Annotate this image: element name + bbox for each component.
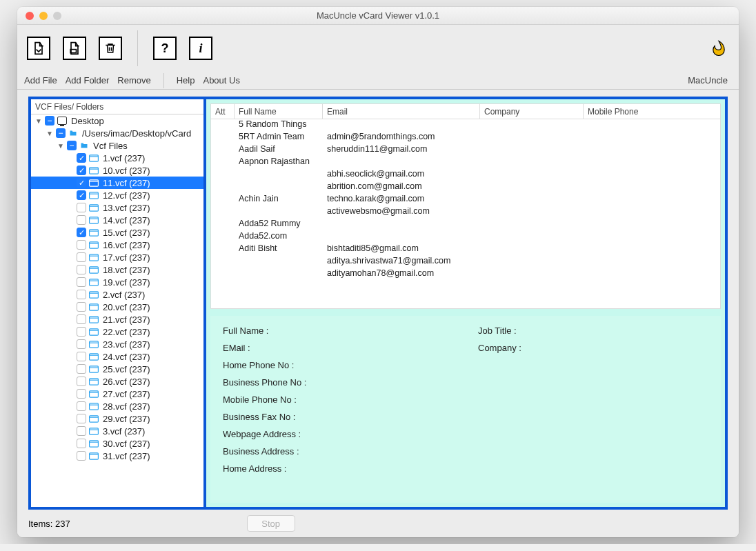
tree-row[interactable]: ✓11.vcf (237) xyxy=(31,177,203,189)
checkbox[interactable] xyxy=(77,265,86,274)
tree-row[interactable]: ▼−Desktop xyxy=(31,114,203,127)
tree-row[interactable]: ✓1.vcf (237) xyxy=(31,152,203,164)
checkbox[interactable] xyxy=(77,215,86,225)
table-row[interactable]: Aapnon Rajasthan xyxy=(211,157,720,169)
table-row[interactable]: 5RT Admin Teamadmin@5randomthings.com xyxy=(211,132,720,144)
checkbox[interactable]: ✓ xyxy=(77,166,86,175)
desktop-icon xyxy=(57,117,67,125)
cell-company xyxy=(480,231,584,243)
stop-button[interactable]: Stop xyxy=(247,515,295,532)
tree-row[interactable]: ✓12.vcf (237) xyxy=(31,189,203,201)
table-row[interactable]: 5 Random Things xyxy=(211,119,720,132)
table-row[interactable]: activewebsmo@gmail.com xyxy=(211,206,720,219)
checkbox[interactable] xyxy=(77,377,86,386)
tree-row[interactable]: 2.vcf (237) xyxy=(31,288,203,301)
table-row[interactable]: Achin Jaintechno.karak@gmail.com xyxy=(211,194,720,206)
checkbox[interactable] xyxy=(77,426,86,436)
table-row[interactable]: abhi.seoclick@gmail.com xyxy=(211,169,720,181)
tree-row[interactable]: 18.vcf (237) xyxy=(31,263,203,276)
about-button[interactable]: i xyxy=(189,37,212,60)
collapse-icon[interactable]: − xyxy=(56,128,66,138)
table-row[interactable]: Adda52.com xyxy=(211,231,720,243)
table-row[interactable]: Adda52 Rummy xyxy=(211,219,720,231)
checkbox[interactable] xyxy=(77,252,86,262)
disclosure-triangle-icon[interactable]: ▼ xyxy=(46,130,53,137)
tree-row[interactable]: 30.vcf (237) xyxy=(31,437,203,450)
detail-job-title: Job Title : xyxy=(478,325,517,336)
tree-row[interactable]: ▼−Vcf Files xyxy=(31,139,203,152)
tree-row[interactable]: 26.vcf (237) xyxy=(31,375,203,388)
col-email[interactable]: Email xyxy=(323,104,480,119)
checkbox[interactable] xyxy=(77,203,86,212)
tree-row[interactable]: ✓15.vcf (237) xyxy=(31,226,203,239)
detail-email: EMail : xyxy=(223,343,478,353)
tree-row[interactable]: 13.vcf (237) xyxy=(31,201,203,214)
checkbox[interactable] xyxy=(77,314,86,324)
add-folder-button[interactable] xyxy=(63,37,86,60)
tree-row[interactable]: 16.vcf (237) xyxy=(31,239,203,251)
tree-row[interactable]: 31.vcf (237) xyxy=(31,450,203,462)
tree-row[interactable]: 29.vcf (237) xyxy=(31,412,203,425)
checkbox[interactable]: ✓ xyxy=(77,178,86,188)
tree-row[interactable]: ✓10.vcf (237) xyxy=(31,164,203,177)
tree-row[interactable]: 19.vcf (237) xyxy=(31,276,203,288)
tree-file-label: 16.vcf (237) xyxy=(103,240,150,250)
checkbox[interactable] xyxy=(77,327,86,337)
disclosure-triangle-icon[interactable]: ▼ xyxy=(57,142,64,149)
tree-row[interactable]: 14.vcf (237) xyxy=(31,214,203,226)
tree-row[interactable]: 27.vcf (237) xyxy=(31,388,203,400)
add-file-button[interactable] xyxy=(27,37,50,60)
checkbox[interactable] xyxy=(77,339,86,349)
tree-file-label: 19.vcf (237) xyxy=(103,277,150,288)
cell-email: activewebsmo@gmail.com xyxy=(323,206,480,219)
checkbox[interactable]: ✓ xyxy=(77,228,86,237)
table-row[interactable]: adityamohan78@gmail.com xyxy=(211,268,720,281)
brand-label: MacUncle xyxy=(684,75,736,86)
table-body[interactable]: 5 Random Things5RT Admin Teamadmin@5rand… xyxy=(211,119,720,308)
help-button[interactable]: ? xyxy=(153,37,177,60)
tree-row[interactable]: 24.vcf (237) xyxy=(31,350,203,363)
svg-rect-11 xyxy=(90,279,99,285)
checkbox[interactable] xyxy=(77,240,86,250)
tree-row[interactable]: 22.vcf (237) xyxy=(31,325,203,338)
remove-button[interactable] xyxy=(99,37,122,60)
checkbox[interactable] xyxy=(77,364,86,374)
checkbox[interactable] xyxy=(77,352,86,361)
table-row[interactable]: aditya.shrivastwa71@gmail.com xyxy=(211,256,720,268)
tree-row[interactable]: ▼−/Users/imac/Desktop/vCard xyxy=(31,127,203,139)
tree-row[interactable]: 25.vcf (237) xyxy=(31,363,203,375)
disclosure-triangle-icon[interactable]: ▼ xyxy=(35,117,42,124)
cell-mobile xyxy=(584,256,720,268)
tree-file-label: 24.vcf (237) xyxy=(103,352,150,362)
tree-row[interactable]: 17.vcf (237) xyxy=(31,251,203,263)
checkbox[interactable] xyxy=(77,451,86,461)
col-company[interactable]: Company xyxy=(480,104,584,119)
tree-row[interactable]: 23.vcf (237) xyxy=(31,338,203,350)
tree-file-label: 17.vcf (237) xyxy=(103,252,150,263)
collapse-icon[interactable]: − xyxy=(45,116,54,126)
col-full-name[interactable]: Full Name xyxy=(235,104,323,119)
checkbox[interactable] xyxy=(77,439,86,448)
file-tree[interactable]: ▼−Desktop▼−/Users/imac/Desktop/vCard▼−Vc… xyxy=(31,114,203,507)
tree-row[interactable]: 3.vcf (237) xyxy=(31,425,203,437)
tree-row[interactable]: 28.vcf (237) xyxy=(31,400,203,412)
cell-att xyxy=(211,268,235,281)
checkbox[interactable]: ✓ xyxy=(77,190,86,200)
table-row[interactable]: Aditi Bishtbishtaditi85@gmail.com xyxy=(211,243,720,256)
checkbox[interactable] xyxy=(77,389,86,399)
tree-row[interactable]: 21.vcf (237) xyxy=(31,313,203,325)
col-mobile[interactable]: Mobile Phone xyxy=(584,104,720,119)
detail-business-phone: Business Phone No : xyxy=(223,377,306,388)
table-row[interactable]: abrition.com@gmail.com xyxy=(211,181,720,194)
checkbox[interactable] xyxy=(77,290,86,299)
col-att[interactable]: Att xyxy=(211,104,235,119)
checkbox[interactable] xyxy=(77,401,86,411)
checkbox[interactable] xyxy=(77,414,86,423)
checkbox[interactable] xyxy=(77,277,86,287)
tree-row[interactable]: 20.vcf (237) xyxy=(31,301,203,313)
tree-file-label: 22.vcf (237) xyxy=(103,327,150,337)
collapse-icon[interactable]: − xyxy=(67,141,77,150)
checkbox[interactable] xyxy=(77,302,86,312)
table-row[interactable]: Aadil Saifsheruddin111@gmail.com xyxy=(211,144,720,157)
checkbox[interactable]: ✓ xyxy=(77,153,86,163)
